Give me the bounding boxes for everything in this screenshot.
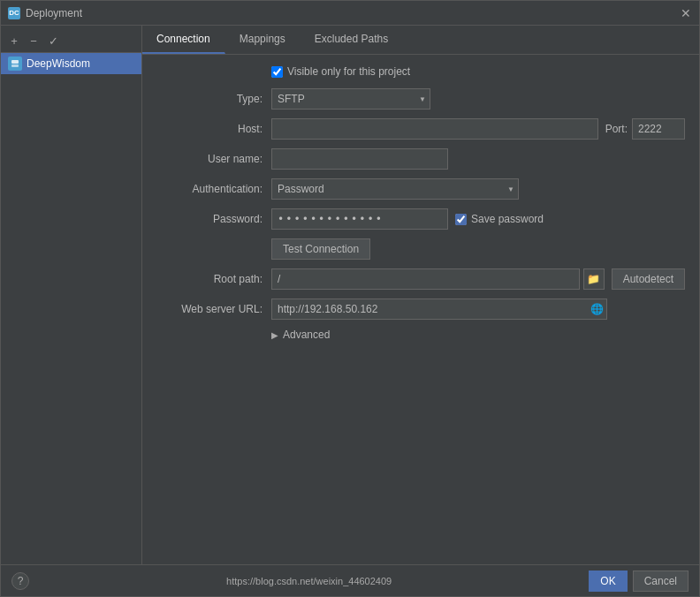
- root-path-input[interactable]: [271, 268, 580, 290]
- type-label: Type:: [156, 93, 271, 105]
- advanced-row[interactable]: ▶ Advanced: [156, 329, 685, 341]
- ok-button[interactable]: OK: [589, 571, 627, 592]
- port-input[interactable]: [632, 118, 685, 140]
- save-password-checkbox[interactable]: [455, 214, 467, 225]
- visible-only-checkbox[interactable]: [271, 66, 283, 78]
- sidebar-item-label: DeepWisdom: [27, 57, 90, 70]
- web-icon: 🌐: [590, 303, 604, 315]
- main-content: + − ✓ DeepWisdom Connection: [1, 26, 699, 564]
- port-label: Port:: [605, 123, 628, 135]
- sidebar-item-deepwisdom[interactable]: DeepWisdom: [1, 53, 141, 74]
- save-password-label: Save password: [471, 213, 544, 225]
- test-connection-row: Test Connection: [271, 238, 685, 260]
- sidebar-toolbar: + − ✓: [1, 29, 141, 53]
- web-url-group: 🌐: [271, 298, 607, 320]
- url-text: https://blog.csdn.net/weixin_44602409: [226, 576, 392, 586]
- tab-mappings[interactable]: Mappings: [225, 26, 301, 54]
- save-password-row: Save password: [455, 213, 544, 225]
- bottom-buttons: OK Cancel: [589, 571, 689, 592]
- password-input[interactable]: [271, 208, 448, 230]
- type-select[interactable]: SFTP FTP FTPS: [271, 88, 430, 110]
- auth-select[interactable]: Password Key pair OpenSSH config and aut…: [271, 178, 519, 200]
- auth-select-wrapper: Password Key pair OpenSSH config and aut…: [271, 178, 519, 200]
- svg-rect-1: [11, 64, 19, 67]
- web-url-label: Web server URL:: [156, 303, 271, 315]
- port-group: Port:: [605, 118, 685, 140]
- password-label: Password:: [156, 213, 271, 225]
- host-label: Host:: [156, 123, 271, 135]
- deployment-window: DC Deployment ✕ + − ✓ DeepWisdom: [0, 0, 700, 597]
- visible-only-label: Visible only for this project: [287, 65, 410, 78]
- sidebar: + − ✓ DeepWisdom: [1, 26, 142, 564]
- password-row: Password: Save password: [156, 208, 685, 230]
- title-bar: DC Deployment ✕: [1, 1, 699, 26]
- advanced-arrow-icon: ▶: [271, 330, 278, 340]
- svg-rect-0: [11, 60, 19, 64]
- test-connection-button[interactable]: Test Connection: [271, 238, 370, 260]
- tabs-bar: Connection Mappings Excluded Paths: [142, 26, 699, 55]
- type-select-wrapper: SFTP FTP FTPS: [271, 88, 430, 110]
- auth-row: Authentication: Password Key pair OpenSS…: [156, 178, 685, 200]
- web-url-input[interactable]: [271, 298, 607, 320]
- server-icon: [8, 57, 22, 71]
- tab-excluded-paths[interactable]: Excluded Paths: [301, 26, 403, 54]
- window-title: Deployment: [26, 7, 680, 19]
- add-server-button[interactable]: +: [6, 33, 22, 49]
- close-button[interactable]: ✕: [680, 7, 692, 19]
- tab-connection[interactable]: Connection: [142, 26, 225, 54]
- window-icon: DC: [8, 7, 20, 19]
- cancel-button[interactable]: Cancel: [633, 571, 689, 592]
- remove-server-button[interactable]: −: [26, 33, 42, 49]
- type-row: Type: SFTP FTP FTPS: [156, 88, 685, 110]
- visible-only-row: Visible only for this project: [156, 65, 685, 78]
- folder-icon: 📁: [587, 273, 600, 285]
- username-row: User name:: [156, 148, 685, 170]
- help-button[interactable]: ?: [11, 572, 29, 590]
- advanced-label: Advanced: [283, 329, 330, 341]
- username-input[interactable]: [271, 148, 448, 170]
- autodetect-button[interactable]: Autodetect: [612, 268, 685, 290]
- form-area: Visible only for this project Type: SFTP…: [142, 55, 699, 564]
- username-label: User name:: [156, 153, 271, 165]
- host-input[interactable]: [271, 118, 598, 140]
- browse-folder-button[interactable]: 📁: [583, 268, 605, 290]
- root-path-group: 📁: [271, 268, 605, 290]
- web-url-row: Web server URL: 🌐: [156, 298, 685, 320]
- auth-label: Authentication:: [156, 183, 271, 195]
- bottom-bar: ? https://blog.csdn.net/weixin_44602409 …: [1, 564, 699, 596]
- root-path-row: Root path: 📁 Autodetect: [156, 268, 685, 290]
- host-row: Host: Port:: [156, 118, 685, 140]
- root-path-label: Root path:: [156, 273, 271, 285]
- confirm-button[interactable]: ✓: [45, 33, 61, 49]
- right-panel: Connection Mappings Excluded Paths Visib…: [142, 26, 699, 564]
